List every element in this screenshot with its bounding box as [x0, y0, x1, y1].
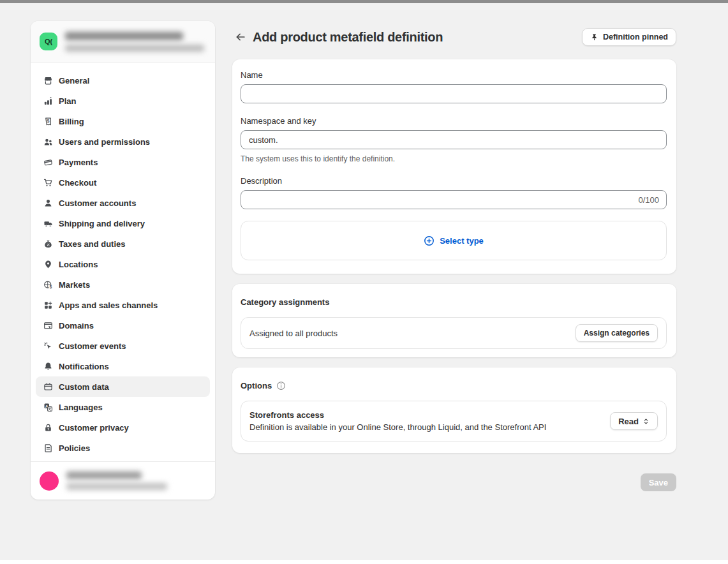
sidebar-item-custom-data[interactable]: Custom data	[36, 376, 210, 397]
definition-pinned-button[interactable]: Definition pinned	[582, 28, 676, 46]
arrow-left-icon	[235, 31, 246, 43]
namespace-key-help: The system uses this to identify the def…	[241, 154, 667, 163]
settings-sidebar: Q( General Plan $ Billing Users and perm…	[31, 21, 215, 500]
storefronts-access-description: Definition is available in your Online S…	[249, 422, 546, 432]
description-field: 0/100	[241, 190, 667, 209]
definition-pinned-label: Definition pinned	[603, 33, 668, 41]
category-assignments-row: Assigned to all products Assign categori…	[241, 317, 667, 349]
settings-nav: General Plan $ Billing Users and permiss…	[31, 63, 215, 461]
name-input[interactable]	[241, 84, 667, 103]
store-header[interactable]: Q(	[31, 21, 215, 63]
sidebar-item-plan[interactable]: Plan	[36, 91, 210, 111]
sidebar-item-label: Markets	[59, 280, 90, 290]
sidebar-item-markets[interactable]: $ Markets	[36, 274, 210, 295]
sidebar-item-label: Users and permissions	[59, 137, 150, 147]
translate-icon: A	[43, 403, 53, 412]
svg-text:$: $	[47, 118, 50, 123]
sidebar-item-payments[interactable]: Payments	[36, 152, 210, 172]
storefront-icon	[43, 76, 53, 85]
category-assignments-card: Category assignments Assigned to all pro…	[232, 284, 676, 357]
store-domain-redacted	[65, 45, 204, 52]
sidebar-item-domains[interactable]: Domains	[36, 315, 210, 336]
globe-dollar-icon: $	[43, 280, 53, 290]
sidebar-item-shipping-delivery[interactable]: Shipping and delivery	[36, 213, 210, 234]
store-info	[65, 32, 206, 52]
select-type-label: Select type	[440, 236, 484, 246]
options-heading-row: Options	[241, 381, 667, 390]
sidebar-item-customer-accounts[interactable]: Customer accounts	[36, 193, 210, 213]
apps-grid-icon	[43, 301, 53, 310]
sidebar-item-general[interactable]: General	[36, 70, 210, 91]
main-content: Add product metafield definition Definit…	[232, 27, 676, 491]
users-icon	[43, 137, 53, 147]
sidebar-item-label: Locations	[59, 260, 98, 269]
store-name-redacted	[65, 32, 183, 40]
custom-data-icon	[43, 382, 53, 392]
sidebar-item-checkout[interactable]: Checkout	[36, 172, 210, 193]
payments-icon	[43, 158, 53, 167]
sidebar-item-label: Policies	[59, 443, 90, 453]
sidebar-item-label: Checkout	[59, 178, 96, 188]
sidebar-item-customer-privacy[interactable]: Customer privacy	[36, 417, 210, 438]
bell-icon	[43, 362, 53, 371]
select-chevrons-icon	[643, 418, 650, 425]
storefronts-access-title: Storefronts access	[249, 410, 546, 420]
user-footer[interactable]	[31, 461, 215, 500]
select-type-button[interactable]: Select type	[241, 221, 667, 260]
cursor-click-icon	[43, 341, 53, 351]
info-icon[interactable]	[276, 381, 286, 390]
save-button[interactable]: Save	[641, 473, 676, 491]
plan-icon	[43, 96, 53, 106]
definition-form-card: Name Namespace and key The system uses t…	[232, 59, 676, 274]
document-icon	[43, 443, 53, 453]
sidebar-item-locations[interactable]: Locations	[36, 254, 210, 274]
lock-icon	[43, 423, 53, 433]
pin-icon	[590, 33, 598, 41]
user-avatar	[40, 471, 59, 491]
storefronts-access-row: Storefronts access Definition is availab…	[241, 401, 667, 442]
category-status-text: Assigned to all products	[249, 329, 338, 338]
back-button[interactable]	[232, 29, 249, 45]
sidebar-item-languages[interactable]: A Languages	[36, 397, 210, 417]
sidebar-item-taxes-duties[interactable]: Taxes and duties	[36, 234, 210, 254]
storefronts-access-text: Storefronts access Definition is availab…	[249, 410, 546, 432]
sidebar-item-policies[interactable]: Policies	[36, 438, 210, 458]
sidebar-item-billing[interactable]: $ Billing	[36, 111, 210, 131]
map-pin-icon	[43, 260, 53, 269]
sidebar-item-label: Custom data	[59, 382, 109, 392]
page-header: Add product metafield definition Definit…	[232, 27, 676, 47]
sidebar-item-label: Shipping and delivery	[59, 219, 145, 228]
sidebar-item-label: General	[59, 76, 89, 85]
sidebar-item-label: Notifications	[59, 362, 109, 371]
sidebar-item-label: Customer accounts	[59, 198, 136, 208]
storefront-access-select[interactable]: Read	[610, 412, 658, 430]
svg-text:$: $	[50, 284, 52, 289]
person-icon	[43, 198, 53, 208]
sidebar-item-users-permissions[interactable]: Users and permissions	[36, 131, 210, 152]
category-assignments-heading: Category assignments	[241, 297, 667, 307]
user-info	[66, 471, 167, 490]
money-bag-icon	[43, 239, 53, 249]
sidebar-item-label: Billing	[59, 117, 84, 126]
sidebar-item-label: Domains	[59, 321, 94, 330]
namespace-key-input[interactable]	[241, 130, 667, 149]
truck-icon	[43, 219, 53, 228]
sidebar-item-label: Languages	[59, 403, 103, 412]
billing-icon: $	[43, 117, 53, 126]
browser-top-bar	[0, 0, 728, 3]
sidebar-item-label: Payments	[59, 158, 98, 167]
sidebar-item-label: Customer events	[59, 341, 126, 351]
assign-categories-button[interactable]: Assign categories	[576, 324, 658, 342]
namespace-key-label: Namespace and key	[241, 116, 667, 126]
sidebar-item-label: Plan	[59, 96, 76, 106]
page-title: Add product metafield definition	[253, 30, 443, 45]
sidebar-item-customer-events[interactable]: Customer events	[36, 336, 210, 356]
assign-categories-label: Assign categories	[584, 329, 650, 338]
description-input[interactable]	[241, 190, 667, 209]
sidebar-item-apps-sales-channels[interactable]: Apps and sales channels	[36, 295, 210, 315]
sidebar-item-label: Taxes and duties	[59, 239, 126, 249]
sidebar-item-notifications[interactable]: Notifications	[36, 356, 210, 376]
store-avatar: Q(	[40, 33, 57, 50]
browser-window-icon	[43, 321, 53, 330]
name-label: Name	[241, 70, 667, 80]
